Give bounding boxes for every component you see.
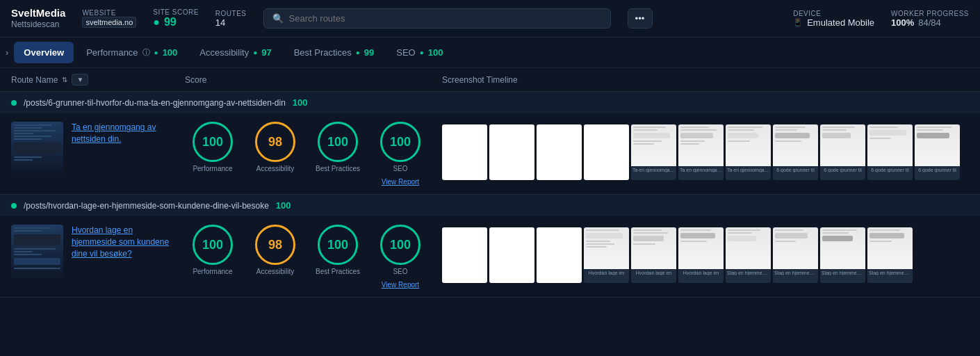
website-badge: sveltmedia.no — [82, 17, 136, 28]
route-score-2: 100 — [276, 200, 291, 211]
sort-icon: ⇅ — [62, 76, 67, 83]
routes-meta: ROUTES 14 — [215, 10, 247, 28]
scores-area-2: 100 Performance 98 Accessibility 100 Bes… — [185, 225, 442, 289]
website-label: WEBSITE — [82, 9, 136, 17]
site-score-number: 99 — [164, 16, 177, 29]
tab-dot-2: ● — [253, 49, 257, 56]
score-best-practices-1: 100 Best Practices — [310, 122, 366, 172]
score-seo-1: 100 SEO View Report — [373, 122, 428, 186]
scores-area-1: 100 Performance 98 Accessibility 100 Bes… — [185, 122, 442, 186]
thumb2-empty-3 — [537, 227, 582, 283]
device-value: 📱 Emulated Mobile — [793, 17, 874, 28]
website-value: sveltmedia.no — [82, 17, 136, 28]
route-preview-2 — [11, 225, 63, 280]
site-score-label: SITE SCORE — [153, 8, 199, 16]
timeline-2: Hvordan lage en Hvordan lage en Hvordan … — [442, 225, 969, 283]
search-icon: 🔍 — [272, 13, 284, 24]
thumb2-4: Slag en hjemmeside — [726, 227, 771, 283]
thumb-empty-2 — [489, 124, 534, 180]
routes-label: ROUTES — [215, 10, 247, 17]
route-header-1: /posts/6-grunner-til-hvorfor-du-ma-ta-en… — [0, 92, 980, 113]
tab-performance[interactable]: Performance ⓘ ● 100 — [76, 42, 187, 63]
tab-dot-3: ● — [356, 49, 360, 56]
view-report-2[interactable]: View Report — [382, 281, 419, 289]
nav-chevron-icon[interactable]: › — [6, 47, 8, 58]
score-best-practices-2: 100 Best Practices — [310, 225, 366, 275]
thumb-2: Ta en gjennomgang av — [678, 124, 724, 180]
seo-circle-2: 100 — [380, 225, 420, 265]
thumb2-1: Hvordan lage en — [584, 227, 629, 283]
route-content-1: Ta en gjennomgang av nettsiden din. 100 … — [0, 113, 980, 194]
thumb2-empty-1 — [442, 227, 487, 283]
thumb-empty-4 — [584, 124, 629, 180]
route-path-2: /posts/hvordan-lage-en-hjemmeside-som-ku… — [24, 201, 269, 211]
thumb2-5: Slag en hjemmeside — [773, 227, 818, 283]
table-header: Route Name ⇅ ▼ Score Screenshot Timeline — [0, 68, 980, 92]
top-meta: WEBSITE sveltmedia.no SITE SCORE ● 99 RO… — [82, 8, 246, 29]
route-link-2[interactable]: Hvordan lage en hjemmeside som kundene d… — [72, 225, 169, 259]
route-header-2: /posts/hvordan-lage-en-hjemmeside-som-ku… — [0, 195, 980, 216]
thumb2-3: Hvordan lage en — [678, 227, 724, 283]
route-content-2: Hvordan lage en hjemmeside som kundene d… — [0, 216, 980, 297]
route-section-2: /posts/hvordan-lage-en-hjemmeside-som-ku… — [0, 195, 980, 298]
thumb-empty-1 — [442, 124, 487, 180]
worker-meta: WORKER PROGRESS 100% 84/84 — [891, 10, 969, 28]
route-link-1[interactable]: Ta en gjennomgang av nettsiden din. — [72, 122, 156, 144]
route-score-1: 100 — [293, 97, 308, 108]
score-performance-1: 100 Performance — [185, 122, 240, 172]
tab-seo[interactable]: SEO ● 100 — [386, 42, 452, 63]
brand-name: SveltMedia — [11, 7, 65, 19]
tab-dot-4: ● — [420, 49, 424, 56]
website-meta: WEBSITE sveltmedia.no — [82, 9, 136, 28]
brand-subtitle: Nettsidescan — [11, 19, 65, 29]
device-meta: DEVICE 📱 Emulated Mobile — [793, 10, 874, 28]
score-performance-2: 100 Performance — [185, 225, 240, 275]
performance-circle-2: 100 — [193, 225, 233, 265]
accessibility-circle-1: 98 — [255, 122, 295, 162]
tab-accessibility[interactable]: Accessibility ● 97 — [190, 42, 281, 63]
col-score-header: Score — [185, 75, 442, 85]
site-score-value: ● 99 — [153, 16, 199, 29]
device-icon: 📱 — [793, 18, 803, 27]
search-input[interactable] — [289, 13, 602, 24]
route-score-dot — [11, 100, 17, 106]
thumb-empty-3 — [537, 124, 582, 180]
top-bar: SveltMedia Nettsidescan WEBSITE sveltmed… — [0, 0, 980, 38]
site-score-meta: SITE SCORE ● 99 — [153, 8, 199, 29]
thumb2-7: Slag en hjemmeside — [867, 227, 913, 283]
accessibility-circle-2: 98 — [255, 225, 295, 265]
thumb-5: 6 gode grunner til — [820, 124, 865, 180]
thumb2-2: Hvordan lage en — [631, 227, 676, 283]
score-seo-2: 100 SEO View Report — [373, 225, 428, 289]
best-practices-circle-1: 100 — [318, 122, 358, 162]
thumb-3: Ta en gjennomgang av — [726, 124, 771, 180]
route-path-1: /posts/6-grunner-til-hvorfor-du-ma-ta-en… — [24, 98, 286, 108]
tab-overview[interactable]: Overview — [14, 42, 74, 63]
route-score-dot-2 — [11, 203, 17, 209]
route-section-1: /posts/6-grunner-til-hvorfor-du-ma-ta-en… — [0, 92, 980, 195]
nav-tabs: › Overview Performance ⓘ ● 100 Accessibi… — [0, 38, 980, 68]
seo-circle-1: 100 — [380, 122, 420, 162]
route-link-area-1: Ta en gjennomgang av nettsiden din. — [63, 122, 185, 145]
thumb-1: Ta en gjennomgang av — [631, 124, 676, 180]
search-box[interactable]: 🔍 — [263, 8, 611, 29]
col-route-header: Route Name ⇅ ▼ — [11, 74, 185, 86]
routes-value: 14 — [215, 17, 247, 28]
thumb-7: 6 gode grunner til — [915, 124, 960, 180]
timeline-1: Ta en gjennomgang av Ta en gjennomgang a… — [442, 122, 969, 180]
device-label: DEVICE — [793, 10, 874, 17]
thumb2-empty-2 — [489, 227, 534, 283]
info-icon: ⓘ — [142, 47, 150, 58]
top-right: DEVICE 📱 Emulated Mobile WORKER PROGRESS… — [793, 10, 969, 28]
route-link-area-2: Hvordan lage en hjemmeside som kundene d… — [63, 225, 185, 259]
more-options-button[interactable]: ••• — [628, 8, 653, 29]
best-practices-circle-2: 100 — [318, 225, 358, 265]
thumb2-6: Slag en hjemmeside — [820, 227, 865, 283]
view-report-1[interactable]: View Report — [382, 178, 419, 186]
tab-best-practices[interactable]: Best Practices ● 99 — [284, 42, 384, 63]
thumb-6: 6 gode grunner til — [867, 124, 913, 180]
sort-button[interactable]: ▼ — [72, 74, 88, 86]
score-accessibility-2: 98 Accessibility — [247, 225, 303, 275]
col-timeline-header: Screenshot Timeline — [442, 75, 969, 85]
brand: SveltMedia Nettsidescan — [11, 7, 65, 29]
